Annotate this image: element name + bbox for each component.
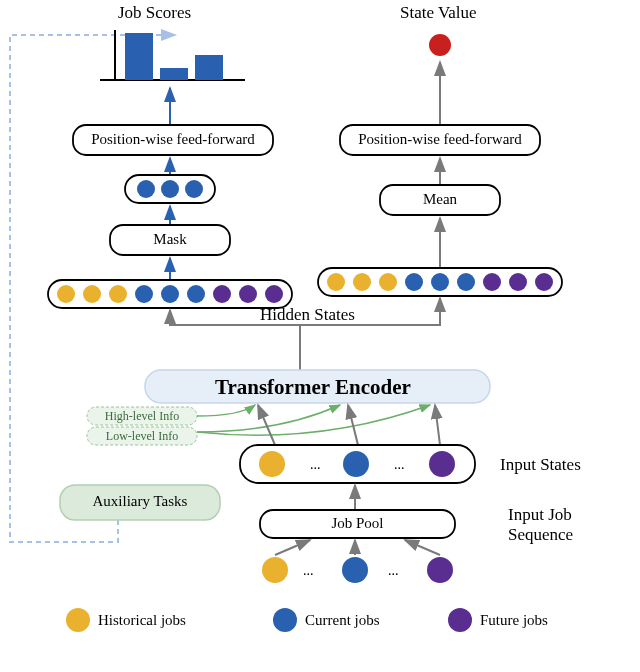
transformer-encoder-label: Transformer Encoder [215,375,411,400]
svg-point-25 [457,273,475,291]
svg-point-20 [327,273,345,291]
job-scores-bar-2 [160,68,188,80]
svg-point-22 [379,273,397,291]
input-job-seq-label-2: Sequence [508,525,573,545]
legend-current-icon [273,608,297,632]
svg-text:...: ... [310,457,321,472]
hidden-states-label: Hidden States [260,305,355,325]
svg-point-37 [429,451,455,477]
state-value-title: State Value [400,3,477,23]
svg-point-10 [109,285,127,303]
svg-point-23 [405,273,423,291]
svg-text:...: ... [303,563,314,578]
job-scores-bar-1 [125,33,153,80]
svg-point-26 [483,273,501,291]
svg-point-15 [239,285,257,303]
svg-point-35 [343,451,369,477]
job-scores-title: Job Scores [118,3,191,23]
svg-point-33 [259,451,285,477]
svg-line-41 [405,540,440,555]
high-level-info-label: High-level Info [97,409,187,424]
svg-point-16 [265,285,283,303]
svg-point-13 [187,285,205,303]
job-pool-label: Job Pool [260,515,455,532]
svg-point-27 [509,273,527,291]
svg-point-5 [185,180,203,198]
svg-line-39 [275,540,310,555]
ffw-left-label: Position-wise feed-forward [82,131,264,148]
state-value-node [429,34,451,56]
svg-point-12 [161,285,179,303]
svg-point-24 [431,273,449,291]
svg-text:...: ... [394,457,405,472]
legend-future-icon [448,608,472,632]
svg-line-32 [435,405,440,445]
input-job-seq-label-1: Input Job [508,505,572,525]
input-states-label: Input States [500,455,581,475]
legend-future-label: Future jobs [480,612,548,629]
job-scores-bar-3 [195,55,223,80]
legend-historical-label: Historical jobs [98,612,186,629]
job-seq-future [427,557,453,583]
svg-point-28 [535,273,553,291]
svg-point-3 [137,180,155,198]
legend-current-label: Current jobs [305,612,380,629]
job-seq-historical [262,557,288,583]
low-level-info-label: Low-level Info [97,429,187,444]
legend-historical-icon [66,608,90,632]
svg-point-11 [135,285,153,303]
svg-point-8 [57,285,75,303]
job-seq-current [342,557,368,583]
svg-point-9 [83,285,101,303]
ffw-right-label: Position-wise feed-forward [349,131,531,148]
mask-label: Mask [110,231,230,248]
mean-label: Mean [380,191,500,208]
svg-point-14 [213,285,231,303]
svg-text:...: ... [388,563,399,578]
svg-point-4 [161,180,179,198]
svg-point-21 [353,273,371,291]
aux-tasks-label: Auxiliary Tasks [75,493,205,510]
